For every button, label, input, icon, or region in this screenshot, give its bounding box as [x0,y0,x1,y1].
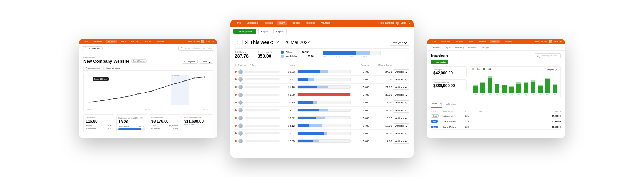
tab-progress[interactable]: Project progress [83,66,102,70]
import-button[interactable]: Import [258,29,271,34]
bar-oct: Oct [538,85,543,95]
year-select[interactable]: This year [545,68,558,71]
nav-manage[interactable]: Manage [319,21,332,25]
subtab-report[interactable]: Report [444,45,451,50]
edit-project-button[interactable]: ✎ Edit project [182,60,198,64]
tab-hours-per-week[interactable]: Hours per week [103,66,122,70]
nav-manage[interactable]: Manage [503,40,513,43]
col-capacity[interactable]: Capacity [353,64,369,66]
subtab-recurring[interactable]: Recurring [455,45,464,50]
nav-invoices[interactable]: Invoices [304,21,317,25]
team-row[interactable]: 20.3535.0017.00Actions [235,99,409,107]
user-menu[interactable]: Julia [549,40,562,43]
th-id[interactable]: ID [465,111,478,112]
row-actions-button[interactable]: Actions [393,123,409,128]
status-dot [235,102,237,103]
legend-paid: Paid [488,68,491,70]
nav-expenses[interactable]: Expenses [245,21,259,25]
nav-manage[interactable]: Manage [155,40,166,43]
nav-projects[interactable]: Projects [106,40,117,43]
tab-all[interactable]: All invoices [446,101,457,108]
settings-link[interactable]: Settings [541,40,548,42]
back-button[interactable]: Back to Projects [82,46,103,50]
row-actions-button[interactable]: Actions [393,100,409,105]
help-link[interactable]: Help [188,40,192,42]
th-client[interactable]: Client [478,111,543,112]
export-button[interactable]: Export [273,29,287,34]
prev-week-button[interactable] [235,40,240,45]
new-invoice-link[interactable]: New invoice [184,124,211,126]
nav-team[interactable]: Team [467,40,475,43]
nav-reports[interactable]: Reports [289,21,301,25]
nav-team[interactable]: Team [119,40,127,43]
row-actions-button[interactable]: Actions [393,131,409,136]
user-menu[interactable]: Julia [201,40,214,43]
projects-window: TimeExpensesProjectsTeamReportsInvoicesM… [79,39,217,138]
kpi-total-hours: Total hours 287.78 [235,51,249,58]
tab-open[interactable]: Open 8 [431,101,442,108]
team-row[interactable]: 32.0235.0023.00Actions [235,107,409,114]
row-actions-button[interactable]: Actions [393,77,409,82]
nav-expenses[interactable]: Expenses [440,40,451,43]
nav-reports[interactable]: Reports [478,40,488,43]
user-menu[interactable]: Julia [396,22,411,25]
row-actions-button[interactable]: Actions [393,139,409,144]
help-link[interactable]: Help [378,22,384,24]
team-row[interactable]: 24.1235.0012.00Actions [235,122,409,130]
capacity-value: 35.00 [353,109,369,112]
team-row[interactable]: 28.5235.0019.17Actions [235,114,409,122]
nav-reports[interactable]: Reports [130,40,140,43]
team-row[interactable]: 29.3335.0024.33Actions [235,68,409,76]
table-header: Status Issue date ID Client Balance [431,110,561,113]
hours-value: 24.12 [280,124,295,127]
invoice-search[interactable]: Search by invoice ID [535,53,561,58]
col-billable[interactable]: Billable hours [369,64,392,66]
col-hours[interactable]: Hours [280,64,295,66]
settings-link[interactable]: Settings [385,22,394,24]
nav-projects[interactable]: Projects [454,40,464,43]
info-icon[interactable]: ? [140,117,143,119]
nav-time[interactable]: Time [233,21,242,25]
team-row[interactable]: 53.2035.0030.00Actions [235,91,409,99]
subtab-configure[interactable]: Configure [480,45,490,50]
col-employees[interactable]: ⊕ Employees (10) [235,64,280,66]
week-title: This week: 14 – 20 Mar 2022 [250,40,310,45]
search-input[interactable]: Search by client or project name [178,46,214,51]
th-status[interactable]: Status [431,111,443,112]
nav-invoices[interactable]: Invoices [142,40,153,43]
team-row[interactable]: 15.4235.0010.00Actions [235,76,409,84]
settings-link[interactable]: Settings [193,40,200,42]
nav-invoices[interactable]: Invoices [490,40,500,43]
nav-projects[interactable]: Projects [262,21,275,25]
nav-expenses[interactable]: Expenses [92,40,104,43]
name-placeholder [245,117,280,119]
next-week-button[interactable] [242,40,248,45]
nav-team[interactable]: Team [277,21,287,25]
row-actions-button[interactable]: Actions [393,108,409,113]
team-row[interactable]: 31.1035.0021.02Actions [235,84,409,91]
billable-value: 23.00 [369,109,392,112]
row-actions-button[interactable]: Actions [393,85,409,90]
nav-time[interactable]: Time [82,40,90,43]
invoice-row[interactable]: SentDue in 27 days2208$8,500.00 [431,124,561,130]
x-tick: Feb 2022 [145,108,151,110]
nav-time[interactable]: Time [430,40,437,43]
invoice-row[interactable]: DraftNot sent yet2213$7,000.00 [431,113,561,119]
row-actions-button[interactable]: Actions [393,93,409,97]
new-invoice-button[interactable]: + New invoice [431,60,448,64]
team-row[interactable]: 31.0735.0029.00Actions [235,130,409,137]
row-actions-button[interactable]: Actions [393,116,409,120]
row-actions-button[interactable]: Actions [393,69,409,74]
help-link[interactable]: Help [535,40,539,42]
subtab-overview[interactable]: Overview [431,45,441,50]
filter-select[interactable]: Everyone [390,40,409,46]
team-row[interactable]: 22.6535.0017.00Actions [235,137,409,145]
th-balance[interactable]: Balance [543,111,561,112]
project-actions-button[interactable]: Actions [199,60,213,64]
th-issue[interactable]: Issue date [443,111,465,112]
invoice-row[interactable]: SentDue in 30 days2209$5,500.00 [431,119,561,124]
subtab-retainers[interactable]: Retainers [468,45,477,50]
bar-feb: Feb [480,82,485,96]
topbar: TimeExpensesProjectsTeamReportsInvoicesM… [427,39,565,44]
add-person-button[interactable]: + Add person [233,29,256,34]
